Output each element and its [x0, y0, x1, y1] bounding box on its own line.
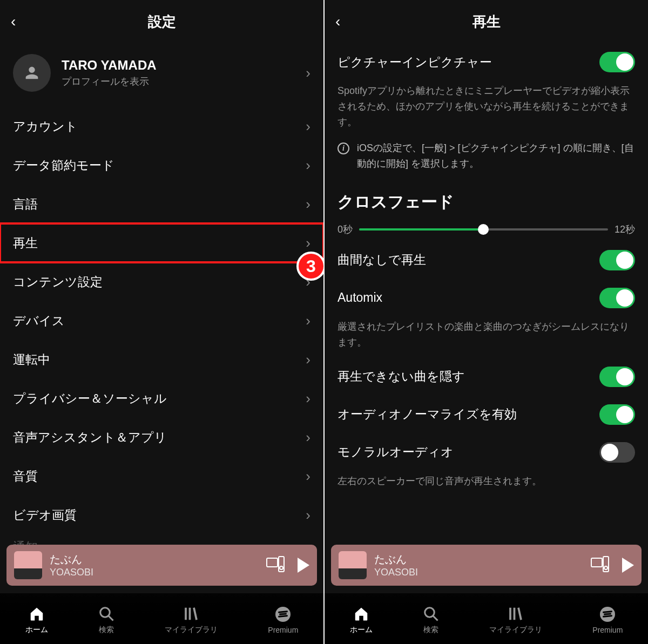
library-icon: [183, 606, 199, 622]
page-title: 設定: [0, 12, 323, 31]
tab-label: Premium: [268, 626, 298, 634]
profile-row[interactable]: TARO YAMADA プロフィールを表示 ›: [13, 43, 310, 107]
now-playing-bar[interactable]: たぶん YOASOBI: [6, 545, 317, 586]
crossfade-slider-row: 0秒 12秒: [338, 223, 635, 241]
toggle-row[interactable]: オーディオノーマライズを有効: [338, 396, 635, 433]
back-button[interactable]: ‹: [11, 13, 27, 30]
tab-search[interactable]: 検索: [98, 606, 114, 635]
svg-line-4: [109, 616, 113, 621]
menu-label: コンテンツ設定: [13, 274, 306, 290]
pip-info: i iOSの設定で、[一般] > [ピクチャインピクチャ] の順に開き、[自動的…: [338, 137, 635, 178]
devices-icon[interactable]: [266, 556, 285, 574]
svg-line-12: [433, 616, 438, 621]
menu-item[interactable]: 音質›: [13, 457, 310, 496]
menu-label: データ節約モード: [13, 157, 306, 174]
tab-search[interactable]: 検索: [423, 606, 439, 635]
menu-label: 音質: [13, 468, 306, 485]
tab-label: ホーム: [350, 625, 373, 635]
album-art: [339, 551, 367, 579]
play-button[interactable]: [622, 558, 634, 573]
playback-screen: ‹ 再生 ピクチャーインピクチャー Spotifyアプリから離れたときにミニプレ…: [325, 0, 648, 644]
profile-text: TARO YAMADA プロフィールを表示: [62, 58, 157, 88]
search-icon: [98, 606, 114, 622]
play-button[interactable]: [298, 558, 309, 573]
menu-label: 音声アシスタント＆アプリ: [13, 429, 306, 446]
pip-description: Spotifyアプリから離れたときにミニプレーヤーでビデオが縮小表示されるため、…: [338, 81, 635, 137]
toggle-switch[interactable]: [599, 404, 635, 425]
artist-name: YOASOBI: [374, 567, 418, 578]
menu-item[interactable]: 言語›: [13, 185, 310, 223]
spotify-icon: [275, 606, 291, 622]
menu-label: アカウント: [13, 118, 306, 135]
info-icon: i: [338, 143, 349, 154]
menu-item[interactable]: 運転中›: [13, 340, 310, 379]
crossfade-min: 0秒: [338, 223, 353, 236]
toggle-row[interactable]: モノラルオーディオ: [338, 433, 635, 471]
toggle-description: 左右のスピーカーで同じ音声が再生されます。: [338, 471, 635, 497]
toggle-label: 曲間なしで再生: [338, 252, 599, 268]
menu-item[interactable]: 再生›3: [0, 223, 323, 262]
song-title: たぶん: [374, 552, 418, 567]
tab-label: 検索: [423, 625, 438, 635]
settings-screen: ‹ 設定 TARO YAMADA プロフィールを表示 › アカウント›データ節約…: [0, 0, 323, 644]
svg-point-2: [280, 566, 283, 570]
tab-home[interactable]: ホーム: [25, 606, 48, 635]
header: ‹ 再生: [325, 0, 648, 43]
avatar: [13, 54, 51, 92]
toggle-row[interactable]: Automix: [338, 279, 635, 317]
now-playing-bar[interactable]: たぶん YOASOBI: [331, 545, 642, 586]
header: ‹ 設定: [0, 0, 323, 43]
album-art: [14, 551, 42, 579]
chevron-right-icon: ›: [306, 390, 310, 407]
svg-point-10: [604, 566, 608, 570]
toggle-row[interactable]: 再生できない曲を隠す: [338, 358, 635, 396]
toggle-label: モノラルオーディオ: [338, 444, 599, 460]
now-playing-text: たぶん YOASOBI: [50, 552, 93, 578]
menu-item[interactable]: アカウント›: [13, 107, 310, 146]
menu-item[interactable]: コンテンツ設定›: [13, 262, 310, 301]
svg-line-15: [518, 608, 521, 620]
menu-item[interactable]: 音声アシスタント＆アプリ›: [13, 418, 310, 457]
menu-label: 運転中: [13, 351, 306, 368]
toggle-row[interactable]: 曲間なしで再生: [338, 241, 635, 279]
pip-switch[interactable]: [599, 52, 635, 72]
toggle-switch[interactable]: [599, 442, 635, 463]
svg-point-3: [100, 608, 110, 618]
page-title: 再生: [325, 12, 648, 31]
menu-label: プライバシー＆ソーシャル: [13, 390, 306, 407]
menu-item[interactable]: デバイス›: [13, 301, 310, 340]
spotify-icon: [599, 606, 616, 622]
menu-item[interactable]: ビデオ画質›: [13, 496, 310, 534]
toggle-switch[interactable]: [599, 250, 635, 270]
home-icon: [353, 606, 369, 622]
chevron-right-icon: ›: [306, 235, 310, 252]
now-playing-text: たぶん YOASOBI: [374, 552, 418, 578]
tab-bar: ホーム検索マイライブラリPremium: [325, 593, 648, 644]
tab-spotify[interactable]: Premium: [592, 606, 623, 634]
toggle-switch[interactable]: [599, 288, 635, 308]
tab-label: ホーム: [25, 625, 48, 635]
back-button[interactable]: ‹: [335, 13, 352, 30]
tab-home[interactable]: ホーム: [350, 606, 373, 635]
devices-icon[interactable]: [591, 556, 609, 574]
tab-bar: ホーム検索マイライブラリPremium: [0, 593, 323, 644]
home-icon: [29, 606, 45, 622]
menu-item[interactable]: データ節約モード›: [13, 146, 310, 185]
tab-spotify[interactable]: Premium: [268, 606, 298, 634]
pip-toggle-row[interactable]: ピクチャーインピクチャー: [338, 43, 635, 81]
step-badge: 3: [296, 252, 323, 281]
crossfade-slider[interactable]: [359, 228, 608, 231]
menu-item[interactable]: プライバシー＆ソーシャル›: [13, 379, 310, 418]
tab-library[interactable]: マイライブラリ: [165, 606, 218, 635]
toggle-label: 再生できない曲を隠す: [338, 368, 599, 385]
tab-library[interactable]: マイライブラリ: [489, 606, 542, 635]
crossfade-max: 12秒: [615, 223, 635, 236]
svg-point-11: [425, 608, 435, 618]
tab-label: Premium: [592, 626, 623, 634]
chevron-right-icon: ›: [306, 65, 310, 82]
svg-rect-8: [591, 558, 602, 567]
pip-info-text: iOSの設定で、[一般] > [ピクチャインピクチャ] の順に開き、[自動的に開…: [357, 140, 635, 172]
toggle-label: Automix: [338, 290, 599, 305]
toggle-switch[interactable]: [599, 367, 635, 387]
chevron-right-icon: ›: [306, 429, 310, 446]
